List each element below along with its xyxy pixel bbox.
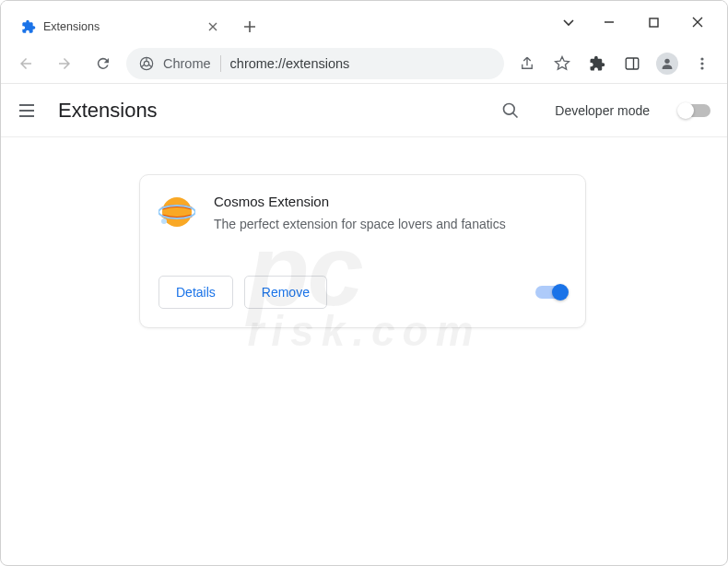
minimize-button[interactable] — [587, 6, 631, 39]
tab-title: Extensions — [43, 20, 198, 33]
new-tab-button[interactable] — [237, 14, 263, 40]
svg-point-7 — [700, 66, 703, 69]
hamburger-icon[interactable] — [18, 101, 40, 120]
developer-mode-label: Developer mode — [555, 103, 650, 118]
svg-point-4 — [664, 58, 669, 63]
browser-toolbar: Chrome chrome://extensions — [1, 43, 727, 84]
reload-button[interactable] — [88, 48, 119, 79]
extension-card: Cosmos Extension The perfect extension f… — [139, 174, 586, 328]
omnibox[interactable]: Chrome chrome://extensions — [126, 48, 504, 79]
menu-icon[interactable] — [687, 48, 718, 79]
extensions-header: Extensions Developer mode — [1, 84, 727, 137]
extension-description: The perfect extension for space lovers a… — [214, 215, 567, 233]
forward-button — [49, 48, 80, 79]
extension-enable-toggle[interactable] — [535, 286, 567, 299]
toolbar-actions — [511, 48, 718, 79]
svg-point-11 — [161, 218, 167, 224]
chrome-icon — [139, 56, 154, 71]
tab-close-icon[interactable] — [205, 19, 220, 34]
puzzle-icon — [21, 19, 36, 34]
sidepanel-icon[interactable] — [616, 48, 648, 79]
extension-app-icon — [159, 194, 195, 230]
share-icon[interactable] — [511, 48, 543, 79]
back-button — [10, 48, 41, 79]
extension-name: Cosmos Extension — [214, 194, 567, 209]
extensions-content: Cosmos Extension The perfect extension f… — [1, 137, 727, 365]
url-path: chrome://extensions — [230, 56, 350, 71]
remove-button[interactable]: Remove — [244, 276, 327, 309]
search-icon[interactable] — [501, 101, 520, 120]
url-prefix: Chrome — [163, 56, 211, 71]
svg-rect-3 — [626, 58, 639, 69]
url-divider — [220, 55, 221, 72]
tabstrip: Extensions — [1, 10, 550, 43]
svg-point-6 — [700, 62, 703, 65]
close-button[interactable] — [675, 6, 720, 39]
bookmark-icon[interactable] — [546, 48, 578, 79]
svg-rect-0 — [650, 18, 658, 27]
browser-tab[interactable]: Extensions — [10, 10, 231, 43]
profile-button[interactable] — [652, 48, 683, 79]
svg-point-9 — [162, 197, 192, 227]
developer-mode-toggle[interactable] — [679, 104, 710, 117]
window-controls — [550, 1, 727, 43]
window-titlebar: Extensions — [1, 1, 727, 43]
page-title: Extensions — [58, 99, 158, 123]
svg-point-2 — [144, 61, 148, 65]
svg-point-5 — [700, 57, 703, 60]
extensions-icon[interactable] — [581, 48, 613, 79]
svg-point-8 — [504, 103, 515, 114]
details-button[interactable]: Details — [159, 276, 233, 309]
avatar-icon — [656, 53, 678, 75]
tab-search-button[interactable] — [550, 6, 587, 39]
maximize-button[interactable] — [631, 6, 675, 39]
